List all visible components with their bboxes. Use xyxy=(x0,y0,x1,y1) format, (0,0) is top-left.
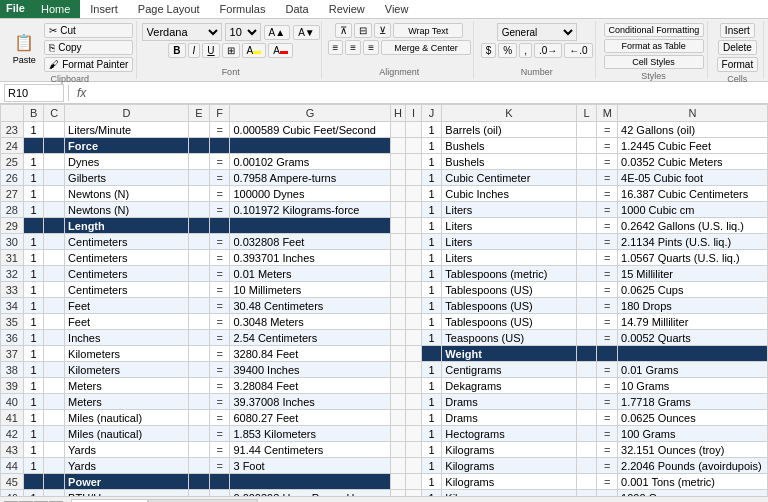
cell-n-40[interactable]: 1.7718 Grams xyxy=(618,394,768,410)
cell-l-32[interactable] xyxy=(576,266,597,282)
row-header-42[interactable]: 42 xyxy=(1,426,24,442)
cell-f-42[interactable]: = xyxy=(209,426,230,442)
cell-n-29[interactable]: 0.2642 Gallons (U.S. liq.) xyxy=(618,218,768,234)
cell-n-27[interactable]: 16.387 Cubic Centimeters xyxy=(618,186,768,202)
cell-j-23[interactable]: 1 xyxy=(421,122,442,138)
cell-f-45[interactable] xyxy=(209,474,230,490)
conditional-format-button[interactable]: Conditional Formatting xyxy=(604,23,704,37)
cell-g-46[interactable]: 0.000393 HorsePower-Hours xyxy=(230,490,390,497)
cell-m-29[interactable]: = xyxy=(597,218,618,234)
cell-i-36[interactable] xyxy=(406,330,422,346)
cell-m-38[interactable]: = xyxy=(597,362,618,378)
row-header-28[interactable]: 28 xyxy=(1,202,24,218)
align-center-button[interactable]: ≡ xyxy=(345,40,361,55)
cell-h-33[interactable] xyxy=(390,282,406,298)
decrease-decimal-button[interactable]: ←.0 xyxy=(564,43,592,58)
cell-f-35[interactable]: = xyxy=(209,314,230,330)
cell-e-40[interactable] xyxy=(189,394,210,410)
cell-g-24[interactable] xyxy=(230,138,390,154)
cell-c-24[interactable] xyxy=(44,138,65,154)
cell-n-28[interactable]: 1000 Cubic cm xyxy=(618,202,768,218)
cell-j-33[interactable]: 1 xyxy=(421,282,442,298)
cell-n-34[interactable]: 180 Drops xyxy=(618,298,768,314)
cell-c-40[interactable] xyxy=(44,394,65,410)
cell-f-38[interactable]: = xyxy=(209,362,230,378)
cell-m-35[interactable]: = xyxy=(597,314,618,330)
cell-k-28[interactable]: Liters xyxy=(442,202,576,218)
comma-button[interactable]: , xyxy=(519,43,532,58)
cell-m-32[interactable]: = xyxy=(597,266,618,282)
align-top-button[interactable]: ⊼ xyxy=(335,23,352,38)
cell-c-26[interactable] xyxy=(44,170,65,186)
cell-k-45[interactable]: Kilograms xyxy=(442,474,576,490)
cell-c-45[interactable] xyxy=(44,474,65,490)
cell-f-27[interactable]: = xyxy=(209,186,230,202)
col-header-k[interactable]: K xyxy=(442,105,576,122)
cell-j-40[interactable]: 1 xyxy=(421,394,442,410)
cell-h-35[interactable] xyxy=(390,314,406,330)
cell-k-42[interactable]: Hectograms xyxy=(442,426,576,442)
cell-d-30[interactable]: Centimeters xyxy=(65,234,189,250)
col-header-m[interactable]: M xyxy=(597,105,618,122)
cell-j-24[interactable]: 1 xyxy=(421,138,442,154)
cell-c-32[interactable] xyxy=(44,266,65,282)
cell-f-39[interactable]: = xyxy=(209,378,230,394)
cell-g-33[interactable]: 10 Millimeters xyxy=(230,282,390,298)
cell-h-37[interactable] xyxy=(390,346,406,362)
col-header-h[interactable]: H xyxy=(390,105,406,122)
cell-f-31[interactable]: = xyxy=(209,250,230,266)
align-left-button[interactable]: ≡ xyxy=(328,40,344,55)
cell-g-36[interactable]: 2.54 Centimeters xyxy=(230,330,390,346)
cell-k-37[interactable]: Weight xyxy=(442,346,576,362)
cell-c-30[interactable] xyxy=(44,234,65,250)
cell-i-30[interactable] xyxy=(406,234,422,250)
cell-n-31[interactable]: 1.0567 Quarts (U.S. liq.) xyxy=(618,250,768,266)
cell-k-33[interactable]: Tablespoons (US) xyxy=(442,282,576,298)
cell-j-27[interactable]: 1 xyxy=(421,186,442,202)
format-painter-button[interactable]: 🖌 Format Painter xyxy=(44,57,133,72)
cell-n-45[interactable]: 0.001 Tons (metric) xyxy=(618,474,768,490)
cell-i-31[interactable] xyxy=(406,250,422,266)
cell-b-27[interactable]: 1 xyxy=(23,186,44,202)
col-header-n[interactable]: N xyxy=(618,105,768,122)
cell-h-29[interactable] xyxy=(390,218,406,234)
cell-c-38[interactable] xyxy=(44,362,65,378)
cell-d-25[interactable]: Dynes xyxy=(65,154,189,170)
cell-l-29[interactable] xyxy=(576,218,597,234)
cell-k-34[interactable]: Tablespoons (US) xyxy=(442,298,576,314)
cell-h-24[interactable] xyxy=(390,138,406,154)
cell-h-44[interactable] xyxy=(390,458,406,474)
cell-k-24[interactable]: Bushels xyxy=(442,138,576,154)
cell-f-26[interactable]: = xyxy=(209,170,230,186)
cell-j-45[interactable]: 1 xyxy=(421,474,442,490)
cell-e-27[interactable] xyxy=(189,186,210,202)
file-tab[interactable]: File xyxy=(6,2,25,14)
cell-k-23[interactable]: Barrels (oil) xyxy=(442,122,576,138)
cell-l-42[interactable] xyxy=(576,426,597,442)
col-header-d[interactable]: D xyxy=(65,105,189,122)
cell-h-40[interactable] xyxy=(390,394,406,410)
row-header-26[interactable]: 26 xyxy=(1,170,24,186)
cell-d-45[interactable]: Power xyxy=(65,474,189,490)
cell-b-35[interactable]: 1 xyxy=(23,314,44,330)
row-header-27[interactable]: 27 xyxy=(1,186,24,202)
cell-h-39[interactable] xyxy=(390,378,406,394)
cell-g-41[interactable]: 6080.27 Feet xyxy=(230,410,390,426)
cell-i-27[interactable] xyxy=(406,186,422,202)
cell-b-45[interactable] xyxy=(23,474,44,490)
cell-n-25[interactable]: 0.0352 Cubic Meters xyxy=(618,154,768,170)
cell-c-39[interactable] xyxy=(44,378,65,394)
cell-i-23[interactable] xyxy=(406,122,422,138)
copy-button[interactable]: ⎘ Copy xyxy=(44,40,133,55)
cell-m-45[interactable]: = xyxy=(597,474,618,490)
cell-c-31[interactable] xyxy=(44,250,65,266)
cell-e-45[interactable] xyxy=(189,474,210,490)
cell-c-33[interactable] xyxy=(44,282,65,298)
cell-n-23[interactable]: 42 Gallons (oil) xyxy=(618,122,768,138)
cell-n-42[interactable]: 100 Grams xyxy=(618,426,768,442)
currency-button[interactable]: $ xyxy=(481,43,497,58)
cell-n-24[interactable]: 1.2445 Cubic Feet xyxy=(618,138,768,154)
border-button[interactable]: ⊞ xyxy=(222,43,240,58)
cell-b-38[interactable]: 1 xyxy=(23,362,44,378)
font-increase-button[interactable]: A▲ xyxy=(264,25,291,40)
